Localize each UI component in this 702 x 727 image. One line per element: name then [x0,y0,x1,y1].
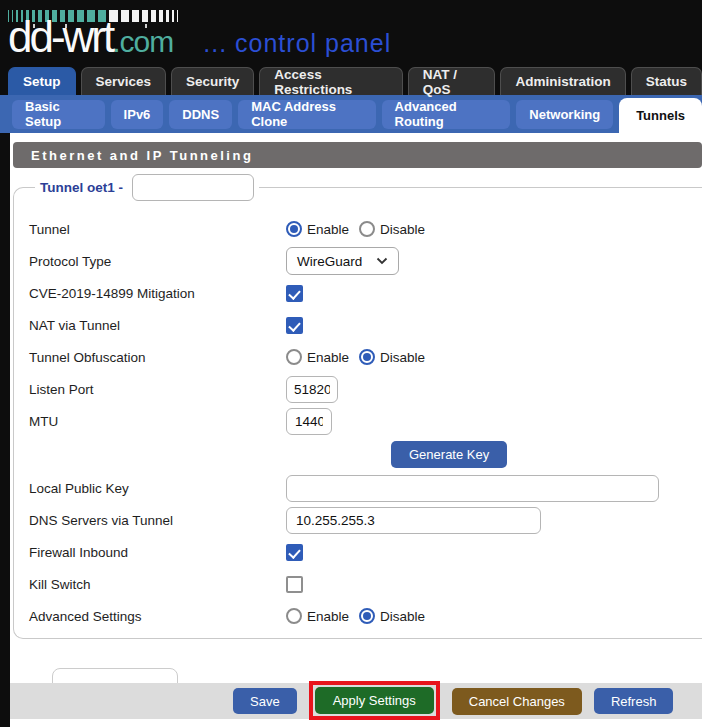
tunnel-enable-label: Enable [307,222,349,237]
page-body: Ethernet and IP Tunneling Tunnel oet1 - … [0,133,702,727]
tunnel-fieldset-legend: Tunnel oet1 - [35,174,259,201]
obfuscation-enable-label: Enable [307,350,349,365]
nat-via-tunnel-row: NAT via Tunnel [29,309,702,341]
dns-servers-row: DNS Servers via Tunnel [29,504,702,536]
tab-status[interactable]: Status [631,67,702,95]
kill-switch-label: Kill Switch [29,577,286,592]
bottom-margin-strip [10,719,702,727]
subtab-ddns[interactable]: DDNS [169,100,232,129]
subtab-tunnels[interactable]: Tunnels [619,98,702,133]
clipped-button-top[interactable] [52,668,178,683]
footer-button-bar: Save Apply Settings Cancel Changes Refre… [10,683,702,719]
tunnel-disable-label: Disable [380,222,425,237]
tunnel-name-input[interactable] [132,174,254,201]
firewall-inbound-row: Firewall Inbound [29,536,702,568]
local-public-key-label: Local Public Key [29,481,286,496]
advanced-enable-radio[interactable] [286,608,302,624]
mtu-input[interactable] [286,408,332,435]
subtab-networking[interactable]: Networking [516,100,613,129]
advanced-settings-row: Advanced Settings Enable Disable [29,600,702,632]
logo: dd-wrt .com ... control panel [8,12,391,62]
local-public-key-row: Local Public Key [29,472,702,504]
listen-port-label: Listen Port [29,382,286,397]
save-button[interactable]: Save [233,688,297,714]
logo-tagline: ... control panel [203,29,391,58]
subtab-mac-address-clone[interactable]: MAC Address Clone [238,100,375,129]
tab-services[interactable]: Services [81,67,167,95]
generate-key-button[interactable]: Generate Key [391,441,507,468]
tab-administration[interactable]: Administration [500,67,625,95]
section-header: Ethernet and IP Tunneling [13,142,702,168]
kill-switch-row: Kill Switch [29,568,702,600]
mtu-label: MTU [29,414,286,429]
sub-tab-bar: Basic Setup IPv6 DDNS MAC Address Clone … [0,95,702,133]
tunnel-disable-radio[interactable] [359,221,375,237]
subtab-advanced-routing[interactable]: Advanced Routing [382,100,511,129]
protocol-type-select[interactable]: WireGuard [286,247,399,275]
generate-key-row: Generate Key [29,437,702,472]
listen-port-input[interactable] [286,376,338,403]
protocol-type-row: Protocol Type WireGuard [29,245,702,277]
tab-access-restrictions[interactable]: Access Restrictions [259,67,402,95]
cancel-changes-button[interactable]: Cancel Changes [452,688,582,715]
nat-via-tunnel-label: NAT via Tunnel [29,318,286,333]
advanced-disable-label: Disable [380,609,425,624]
advanced-disable-radio[interactable] [359,608,375,624]
firewall-inbound-checkbox[interactable] [286,544,303,561]
cve-mitigation-checkbox[interactable] [286,285,303,302]
logo-text-com: .com [112,25,173,59]
local-public-key-input[interactable] [286,475,659,502]
tunnel-obfuscation-row: Tunnel Obfuscation Enable Disable [29,341,702,373]
refresh-button[interactable]: Refresh [594,688,674,714]
logo-text-ddwrt: dd-wrt [8,12,112,62]
apply-settings-button[interactable]: Apply Settings [315,687,434,714]
content-area: Ethernet and IP Tunneling Tunnel oet1 - … [10,133,702,683]
kill-switch-checkbox[interactable] [286,576,303,593]
tunnel-fieldset: Tunnel oet1 - Tunnel Enable Disable Prot… [13,174,702,639]
cve-mitigation-row: CVE-2019-14899 Mitigation [29,277,702,309]
subtab-ipv6[interactable]: IPv6 [111,100,164,129]
obfuscation-disable-label: Disable [380,350,425,365]
main-tab-bar: Setup Services Security Access Restricti… [0,62,702,95]
tunnel-enable-radio[interactable] [286,221,302,237]
annotation-highlight-box: Apply Settings [309,681,440,720]
tunnel-obfuscation-label: Tunnel Obfuscation [29,350,286,365]
advanced-enable-label: Enable [307,609,349,624]
protocol-type-value: WireGuard [297,254,362,269]
section-title: Ethernet and IP Tunneling [31,148,253,163]
obfuscation-enable-radio[interactable] [286,349,302,365]
dns-servers-input[interactable] [286,507,541,534]
advanced-settings-label: Advanced Settings [29,609,286,624]
tunnel-legend-label: Tunnel oet1 - [40,180,123,195]
protocol-type-label: Protocol Type [29,254,286,269]
tab-nat-qos[interactable]: NAT / QoS [408,67,496,95]
header: dd-wrt .com ... control panel [0,0,702,62]
tab-security[interactable]: Security [171,67,254,95]
tunnel-row: Tunnel Enable Disable [29,213,702,245]
dd-wrt-control-panel: dd-wrt .com ... control panel Setup Serv… [0,0,702,727]
firewall-inbound-label: Firewall Inbound [29,545,286,560]
nat-via-tunnel-checkbox[interactable] [286,317,303,334]
listen-port-row: Listen Port [29,373,702,405]
obfuscation-disable-radio[interactable] [359,349,375,365]
tab-setup[interactable]: Setup [8,67,76,95]
cve-mitigation-label: CVE-2019-14899 Mitigation [29,286,286,301]
subtab-basic-setup[interactable]: Basic Setup [12,100,105,129]
mtu-row: MTU [29,405,702,437]
dns-servers-label: DNS Servers via Tunnel [29,513,286,528]
chevron-down-icon [376,257,388,265]
tunnel-label: Tunnel [29,222,286,237]
